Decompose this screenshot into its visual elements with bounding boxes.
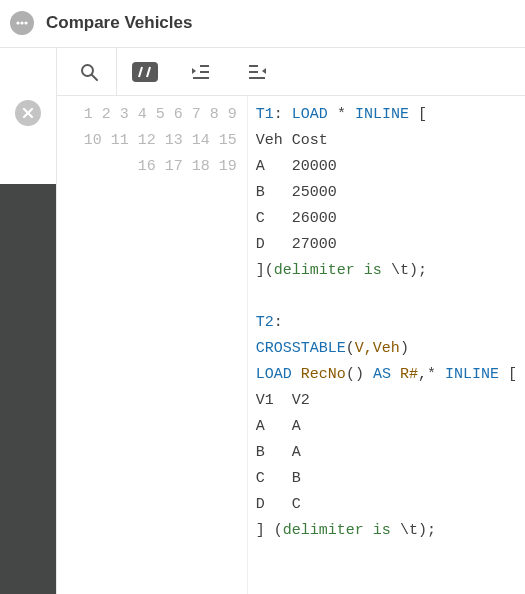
header: Compare Vehicles (0, 0, 525, 48)
toolbar (57, 48, 525, 96)
close-icon[interactable] (15, 100, 41, 126)
app-icon (10, 11, 34, 35)
svg-point-2 (24, 21, 27, 24)
code-content[interactable]: T1: LOAD * INLINE [ Veh Cost A 20000 B 2… (248, 96, 525, 594)
svg-line-6 (147, 67, 150, 77)
body: 1 2 3 4 5 6 7 8 9 10 11 12 13 14 15 16 1… (0, 48, 525, 594)
page-title: Compare Vehicles (46, 13, 192, 33)
outdent-icon[interactable] (229, 48, 285, 96)
editor-area: 1 2 3 4 5 6 7 8 9 10 11 12 13 14 15 16 1… (56, 48, 525, 594)
code-editor[interactable]: 1 2 3 4 5 6 7 8 9 10 11 12 13 14 15 16 1… (57, 96, 525, 594)
search-icon[interactable] (61, 48, 117, 96)
line-number-gutter: 1 2 3 4 5 6 7 8 9 10 11 12 13 14 15 16 1… (57, 96, 248, 594)
svg-point-0 (16, 21, 19, 24)
svg-line-4 (92, 75, 97, 80)
indent-icon[interactable] (173, 48, 229, 96)
comment-toggle-icon[interactable] (117, 48, 173, 96)
left-dark-panel (0, 184, 56, 594)
svg-line-5 (139, 67, 142, 77)
svg-point-1 (20, 21, 23, 24)
